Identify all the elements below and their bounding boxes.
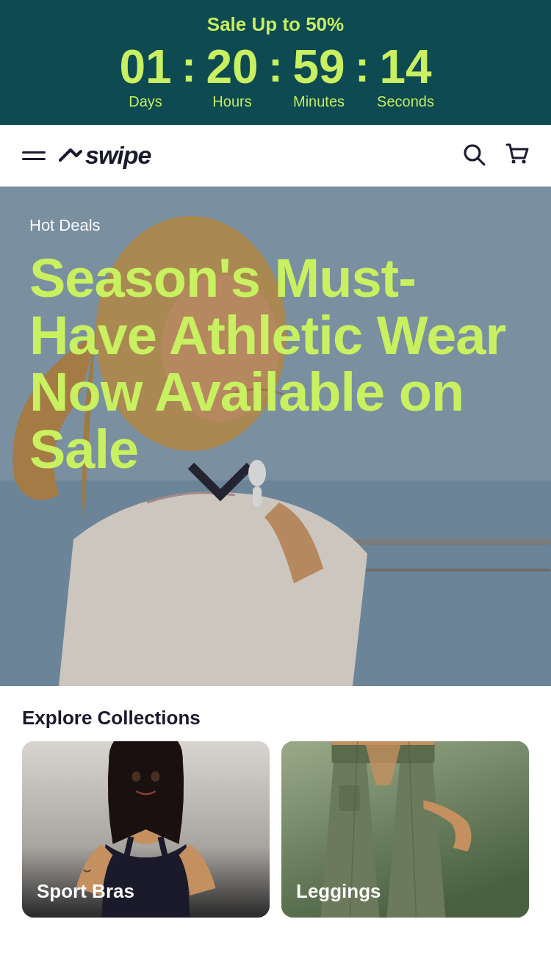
explore-heading: Explore Collections [0, 686, 551, 741]
countdown-days-value: 01 [119, 43, 171, 90]
svg-rect-23 [332, 741, 435, 745]
hero-section: Hot Deals Season's Must-Have Athletic We… [0, 187, 551, 686]
logo[interactable]: swipe [59, 141, 151, 170]
sale-banner: Sale Up to 50% 01 Days : 20 Hours : 59 M… [0, 0, 551, 125]
countdown-hours-value: 20 [206, 43, 258, 90]
collections-grid: Sport Bras [0, 741, 551, 932]
cart-icon[interactable] [504, 142, 529, 170]
hero-content: Hot Deals Season's Must-Have Athletic We… [29, 216, 522, 478]
countdown-days: 01 Days [112, 43, 179, 110]
collection-card-leggings[interactable]: Leggings [281, 741, 529, 918]
svg-point-2 [512, 159, 516, 163]
countdown-seconds-value: 14 [379, 43, 431, 90]
collection-card-sport-bras[interactable]: Sport Bras [22, 741, 270, 918]
svg-line-1 [478, 159, 484, 165]
countdown-minutes-value: 59 [292, 43, 345, 90]
separator-2: : [265, 45, 286, 89]
logo-swoosh-icon [59, 147, 82, 165]
separator-3: : [352, 45, 372, 89]
countdown-seconds-label: Seconds [377, 93, 434, 110]
countdown-days-label: Days [129, 93, 162, 110]
logo-text: swipe [85, 141, 151, 170]
hero-title: Season's Must-Have Athletic Wear Now Ava… [29, 250, 522, 478]
countdown-minutes: 59 Minutes [286, 43, 352, 110]
countdown-hours: 20 Hours [199, 43, 265, 110]
svg-rect-22 [339, 785, 360, 811]
svg-point-18 [151, 771, 160, 782]
leggings-label: Leggings [296, 880, 381, 903]
countdown-seconds: 14 Seconds [372, 43, 439, 110]
hero-tag: Hot Deals [29, 216, 522, 235]
sale-title: Sale Up to 50% [15, 13, 536, 36]
header-left: swipe [22, 141, 151, 170]
svg-point-17 [132, 771, 141, 782]
header-right [461, 142, 529, 170]
sport-bras-label: Sport Bras [37, 880, 134, 903]
header: swipe [0, 125, 551, 187]
countdown-hours-label: Hours [212, 93, 251, 110]
countdown: 01 Days : 20 Hours : 59 Minutes : 14 Sec… [15, 43, 536, 110]
countdown-minutes-label: Minutes [293, 93, 345, 110]
hamburger-menu-icon[interactable] [22, 151, 46, 160]
search-icon[interactable] [461, 142, 486, 170]
explore-section: Explore Collections [0, 686, 551, 932]
svg-point-3 [522, 159, 526, 163]
separator-1: : [179, 45, 199, 89]
